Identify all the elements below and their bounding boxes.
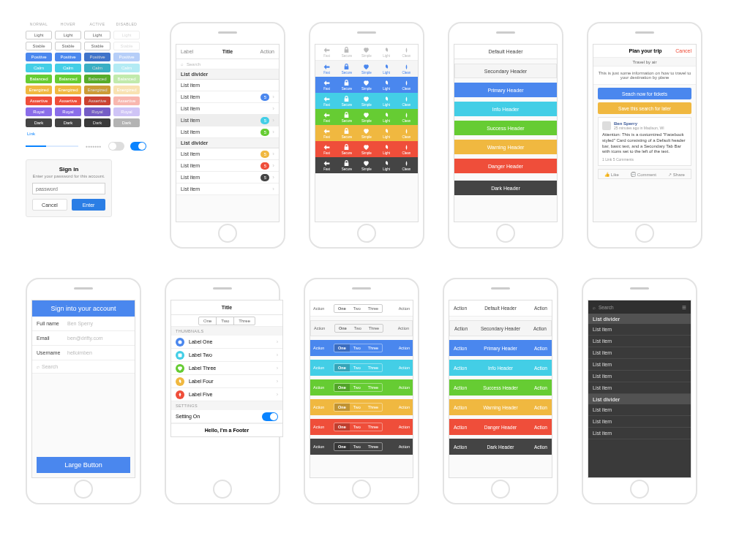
fast-icon[interactable]: Fast — [319, 80, 335, 91]
simple-icon[interactable]: Simple — [359, 112, 375, 123]
palette-button[interactable]: Stable — [26, 42, 52, 50]
nav-action[interactable]: Action — [252, 49, 274, 54]
light-icon[interactable]: Light — [378, 144, 394, 155]
list-item[interactable]: List item5› — [176, 172, 279, 183]
palette-button[interactable]: Energized — [84, 86, 110, 94]
palette-button[interactable]: Balanced — [26, 75, 52, 83]
list-item[interactable]: List item5› — [176, 91, 279, 103]
fast-icon[interactable]: Fast — [319, 160, 335, 171]
fast-icon[interactable]: Fast — [319, 112, 335, 123]
search-input[interactable]: ⌕ Search — [32, 360, 135, 374]
clean-icon[interactable]: Clean — [398, 128, 414, 139]
toggle-on[interactable] — [130, 142, 146, 151]
palette-button[interactable]: Stable — [84, 42, 110, 50]
comment-button[interactable]: 💬 Comment — [631, 172, 656, 177]
clean-icon[interactable]: Clean — [398, 96, 414, 107]
toggle-off[interactable] — [108, 142, 124, 151]
fast-icon[interactable]: Fast — [319, 144, 335, 155]
thumb-row[interactable]: Label One› — [171, 336, 282, 349]
secure-icon[interactable]: Secure — [339, 144, 355, 155]
fast-icon[interactable]: Fast — [319, 128, 335, 139]
palette-button[interactable]: Royal — [55, 107, 81, 116]
clean-icon[interactable]: Clean — [398, 64, 414, 75]
secure-icon[interactable]: Secure — [339, 96, 355, 107]
light-icon[interactable]: Light — [378, 160, 394, 171]
save-search-button[interactable]: Save this search for later — [598, 102, 691, 114]
simple-icon[interactable]: Simple — [359, 96, 375, 107]
list-item[interactable]: List item — [588, 359, 691, 371]
palette-button[interactable]: Calm — [84, 64, 110, 72]
palette-button[interactable]: Positive — [26, 53, 52, 61]
clean-icon[interactable]: Clean — [398, 144, 414, 155]
large-button[interactable]: Large Button — [37, 457, 130, 473]
palette-button[interactable]: Calm — [55, 64, 81, 72]
palette-button[interactable]: Assertive — [26, 97, 52, 105]
simple-icon[interactable]: Simple — [359, 128, 375, 139]
thumb-row[interactable]: Label Five› — [171, 388, 282, 401]
simple-icon[interactable]: Simple — [359, 160, 375, 171]
cancel-button[interactable]: Cancel — [32, 199, 67, 211]
palette-button[interactable]: Stable — [55, 42, 81, 50]
share-button[interactable]: ↗ Share — [668, 172, 685, 177]
list-item[interactable]: List item5› — [176, 126, 279, 138]
nav-label[interactable]: Label — [181, 49, 203, 54]
list-item[interactable]: List item — [176, 80, 279, 91]
palette-button[interactable]: Royal — [84, 107, 110, 116]
list-item[interactable]: List item — [588, 416, 691, 428]
list-item[interactable]: List item — [588, 404, 691, 416]
clean-icon[interactable]: Clean — [398, 112, 414, 123]
list-item[interactable]: List item5› — [176, 115, 279, 126]
palette-button[interactable]: Balanced — [55, 75, 81, 83]
light-icon[interactable]: Light — [378, 112, 394, 123]
like-button[interactable]: 👍 Like — [604, 172, 619, 177]
fast-icon[interactable]: Fast — [319, 96, 335, 107]
form-field[interactable]: Usernamehelloimben — [32, 346, 135, 360]
secure-icon[interactable]: Secure — [339, 112, 355, 123]
palette-button[interactable]: Royal — [26, 107, 52, 116]
palette-button[interactable]: Calm — [26, 64, 52, 72]
secure-icon[interactable]: Secure — [339, 160, 355, 171]
light-icon[interactable]: Light — [378, 64, 394, 75]
search-input[interactable]: ⌕ Search ≡ — [588, 300, 691, 314]
simple-icon[interactable]: Simple — [359, 80, 375, 91]
palette-button[interactable]: Energized — [55, 86, 81, 94]
secure-icon[interactable]: Secure — [339, 64, 355, 75]
password-field[interactable] — [32, 183, 105, 194]
palette-button[interactable]: Dark — [26, 118, 52, 127]
palette-button[interactable]: Light — [55, 31, 81, 39]
thumb-row[interactable]: Label Two› — [171, 349, 282, 362]
palette-button[interactable]: Light — [84, 31, 110, 39]
thumb-row[interactable]: Label Three› — [171, 362, 282, 375]
light-icon[interactable]: Light — [378, 47, 394, 58]
light-icon[interactable]: Light — [378, 96, 394, 107]
secure-icon[interactable]: Secure — [339, 80, 355, 91]
palette-button[interactable]: Balanced — [84, 75, 110, 83]
fast-icon[interactable]: Fast — [319, 47, 335, 58]
palette-button[interactable]: Positive — [84, 53, 110, 61]
secure-icon[interactable]: Secure — [339, 47, 355, 58]
list-item[interactable]: List item5› — [176, 148, 279, 160]
form-field[interactable]: Emailben@drifty.com — [32, 331, 135, 346]
palette-button[interactable]: Assertive — [55, 97, 81, 105]
cancel-button[interactable]: Cancel — [675, 48, 691, 53]
simple-icon[interactable]: Simple — [359, 47, 375, 58]
list-item[interactable]: List item — [588, 336, 691, 347]
clean-icon[interactable]: Clean — [398, 160, 414, 171]
palette-button[interactable]: Positive — [55, 53, 81, 61]
link-sample[interactable]: Link — [27, 132, 145, 136]
list-item[interactable]: List item› — [176, 183, 279, 195]
list-item[interactable]: List item — [588, 371, 691, 382]
list-item[interactable]: List item5› — [176, 160, 279, 172]
enter-button[interactable]: Enter — [72, 199, 105, 211]
setting-on-row[interactable]: Setting On — [171, 410, 282, 423]
palette-button[interactable]: Energized — [26, 86, 52, 94]
light-icon[interactable]: Light — [378, 80, 394, 91]
palette-button[interactable]: Light — [26, 31, 52, 39]
list-item[interactable]: List item — [588, 428, 691, 439]
list-item[interactable]: List item — [588, 324, 691, 336]
simple-icon[interactable]: Simple — [359, 64, 375, 75]
light-icon[interactable]: Light — [378, 128, 394, 139]
simple-icon[interactable]: Simple — [359, 144, 375, 155]
list-item[interactable]: List item — [588, 347, 691, 359]
palette-button[interactable]: Assertive — [84, 97, 110, 105]
